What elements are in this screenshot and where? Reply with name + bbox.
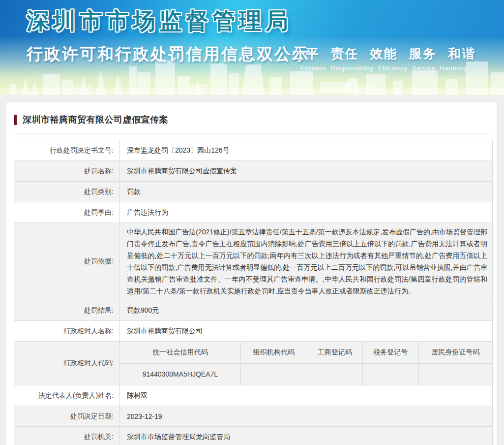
table-row-code: 行政相对人代码: 统一社会信用代码 组织机构代码 工商登记码 税务登记号 居民身…	[14, 342, 493, 385]
org-title: 深圳市市场监督管理局	[27, 6, 292, 36]
table-row: 法定代表人(负责人)姓名: 陈树双	[14, 385, 493, 406]
article-title: 深圳市裕腾商贸有限公司虚假宣传案	[23, 114, 168, 126]
code-col-header: 组织机构代码	[240, 342, 307, 363]
row-label: 处罚名称:	[14, 161, 120, 182]
table-row: 处罚机关: 深圳市市场监督管理局龙岗监管局	[14, 427, 493, 445]
row-value: 深圳市市场监督管理局龙岗监管局	[120, 427, 493, 445]
row-label: 行政相对人代码:	[14, 342, 120, 385]
code-value: 91440300MA5HJQEA7L	[120, 363, 240, 385]
content-panel: 深圳市裕腾商贸有限公司虚假宣传案 行政处罚决定书文号: 深市监龙处罚〔2023〕…	[6, 102, 498, 445]
row-value: 深圳市裕腾商贸有限公司	[120, 321, 493, 342]
row-value: 罚款900元	[120, 300, 493, 321]
code-header-row: 统一社会信用代码 组织机构代码 工商登记码 税务登记号 居民身份证号码	[120, 342, 492, 363]
table-row: 处罚结果: 罚款900元	[14, 300, 493, 321]
row-value: 罚款	[120, 182, 493, 202]
table-row: 处罚依据: 中华人民共和国广告法(2021修正)/第五章法律责任/第五十五条/第…	[14, 223, 493, 300]
row-value: 2023-12-19	[120, 406, 493, 427]
code-value-row: 91440300MA5HJQEA7L	[120, 363, 492, 385]
row-value: 深圳市裕腾商贸有限公司虚假宣传案	[120, 161, 493, 182]
article-header: 深圳市裕腾商贸有限公司虚假宣传案	[14, 114, 490, 126]
code-col-header: 统一社会信用代码	[120, 342, 240, 363]
code-col-header: 居民身份证号码	[418, 342, 492, 363]
row-label: 行政处罚决定书文号:	[14, 140, 120, 161]
row-label: 法定代表人(负责人)姓名:	[14, 385, 120, 406]
row-value: 陈树双	[120, 385, 493, 406]
code-value	[418, 363, 492, 385]
code-value	[240, 363, 307, 385]
row-label: 处罚决定日期:	[14, 406, 120, 427]
code-table-cell: 统一社会信用代码 组织机构代码 工商登记码 税务登记号 居民身份证号码 9144…	[120, 342, 493, 385]
row-label: 行政相对人名称:	[14, 321, 120, 342]
header-banner: 深圳市市场监督管理局 行政许可和行政处罚信用信息双公示 公平 责任 效能 服务 …	[0, 0, 504, 95]
code-col-header: 工商登记码	[307, 342, 363, 363]
row-value: 中华人民共和国广告法(2021修正)/第五章法律责任/第五十五条/第一款违反本法…	[120, 223, 493, 300]
code-col-header: 税务登记号	[363, 342, 419, 363]
code-value	[307, 363, 363, 385]
banner-subtitle: 行政许可和行政处罚信用信息双公示	[27, 43, 310, 65]
row-label: 处罚事由:	[14, 202, 120, 223]
slogan-english: Faimess Responsibility Efficiency Servic…	[292, 64, 475, 72]
row-value: 深市监龙处罚〔2023〕园山126号	[120, 140, 493, 161]
row-label: 处罚结果:	[14, 300, 120, 321]
table-row: 处罚决定日期: 2023-12-19	[14, 406, 493, 427]
penalty-info-table: 行政处罚决定书文号: 深市监龙处罚〔2023〕园山126号 处罚名称: 深圳市裕…	[14, 140, 493, 445]
table-row: 行政处罚决定书文号: 深市监龙处罚〔2023〕园山126号	[14, 140, 493, 161]
row-label: 处罚机关:	[14, 427, 120, 445]
row-label: 处罚依据:	[14, 223, 120, 300]
code-table: 统一社会信用代码 组织机构代码 工商登记码 税务登记号 居民身份证号码 9144…	[120, 342, 492, 385]
table-row: 处罚类别: 罚款	[14, 182, 493, 202]
red-accent-bar	[14, 115, 17, 125]
divider	[14, 133, 490, 133]
code-value	[363, 363, 419, 385]
table-row: 处罚名称: 深圳市裕腾商贸有限公司虚假宣传案	[14, 161, 493, 182]
row-value: 广告违法行为	[120, 202, 493, 223]
row-label: 处罚类别:	[14, 182, 120, 202]
table-row: 处罚事由: 广告违法行为	[14, 202, 493, 223]
banner-slogan: 公平 责任 效能 服务 和谐 Faimess Responsibility Ef…	[292, 45, 475, 72]
table-row: 行政相对人名称: 深圳市裕腾商贸有限公司	[14, 321, 493, 342]
slogan-chinese: 公平 责任 效能 服务 和谐	[292, 45, 475, 63]
